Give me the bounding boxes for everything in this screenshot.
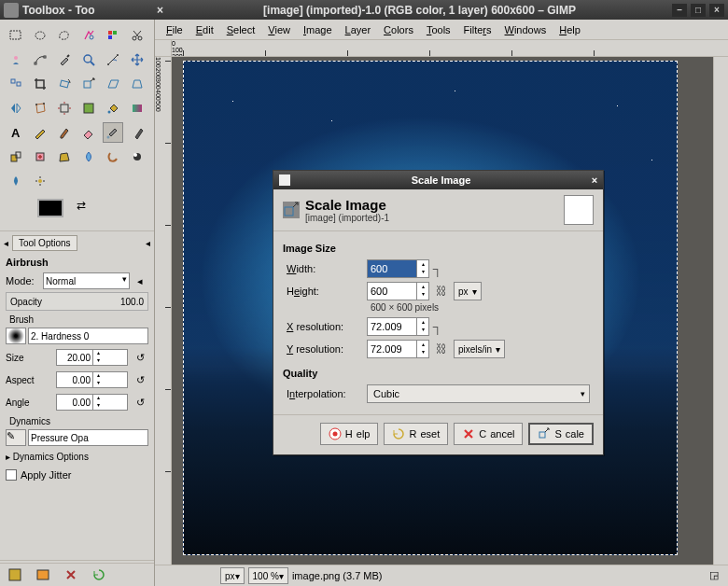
blur-tool[interactable] bbox=[78, 146, 99, 167]
warp-tool[interactable] bbox=[78, 98, 99, 119]
restore-options-icon[interactable] bbox=[35, 567, 50, 582]
mypaint-brush-tool[interactable] bbox=[6, 171, 26, 191]
scale-button[interactable]: Scale bbox=[528, 423, 594, 445]
scale-tool[interactable] bbox=[78, 74, 99, 94]
text-tool[interactable]: A bbox=[6, 122, 26, 143]
color-select-tool[interactable] bbox=[103, 25, 123, 46]
cage-tool[interactable] bbox=[30, 98, 50, 119]
dynamics-expander[interactable]: ▸ Dynamics Options bbox=[6, 449, 148, 465]
scrollbar-vertical[interactable] bbox=[713, 57, 728, 565]
interp-combo[interactable]: Cubic▾ bbox=[367, 384, 590, 403]
move-tool[interactable] bbox=[127, 49, 147, 70]
dynamics-combo[interactable]: Pressure Opa bbox=[28, 429, 148, 446]
menu-view[interactable]: View bbox=[262, 22, 296, 37]
reset-button[interactable]: Reset bbox=[384, 423, 448, 445]
menu-select[interactable]: Select bbox=[221, 22, 261, 37]
menu-edit[interactable]: Edit bbox=[190, 22, 219, 37]
ink-tool[interactable] bbox=[127, 122, 147, 143]
pencil-tool[interactable] bbox=[30, 122, 50, 143]
mode-combo[interactable]: Normal▾ bbox=[43, 272, 130, 289]
nav-top-icon[interactable] bbox=[713, 40, 728, 57]
menu-colors[interactable]: Colors bbox=[378, 22, 419, 37]
crop-tool[interactable] bbox=[30, 74, 50, 94]
brush-preview-icon[interactable] bbox=[6, 328, 26, 344]
size-unit-combo[interactable]: px▾ bbox=[454, 282, 482, 300]
apply-jitter-checkbox[interactable] bbox=[6, 469, 17, 481]
tab-menu-arrow-icon[interactable]: ◂ bbox=[146, 238, 150, 248]
size-spinner[interactable]: ▴▾ bbox=[56, 349, 128, 366]
align-tool[interactable] bbox=[6, 74, 26, 94]
unified-transform-tool[interactable] bbox=[54, 98, 75, 119]
nav-preview-icon[interactable]: ◲ bbox=[709, 569, 722, 582]
fuzzy-select-tool[interactable] bbox=[78, 25, 99, 46]
zoom-combo[interactable]: 100 % ▾ bbox=[248, 567, 288, 584]
dialog-titlebar[interactable]: Scale Image × bbox=[273, 171, 603, 189]
dynamics-preview-icon[interactable]: ✎ bbox=[6, 429, 26, 446]
size-chain-icon[interactable]: ⛓ bbox=[433, 285, 450, 298]
cancel-button[interactable]: Cancel bbox=[454, 423, 523, 445]
heal-tool[interactable] bbox=[30, 146, 50, 167]
menu-help[interactable]: Help bbox=[553, 22, 586, 37]
menu-layer[interactable]: Layer bbox=[340, 22, 377, 37]
shear-tool[interactable] bbox=[103, 74, 123, 94]
res-chain-icon[interactable]: ⛓ bbox=[433, 342, 450, 356]
menu-windows[interactable]: Windows bbox=[499, 22, 553, 37]
color-picker-tool[interactable] bbox=[54, 49, 75, 70]
zoom-tool[interactable] bbox=[78, 49, 99, 70]
perspective-clone-tool[interactable] bbox=[54, 146, 75, 167]
free-select-tool[interactable] bbox=[54, 25, 75, 46]
rect-select-tool[interactable] bbox=[6, 25, 26, 46]
mode-menu-icon[interactable]: ◂ bbox=[132, 272, 148, 289]
xres-spinner[interactable]: ▴▾ bbox=[367, 317, 429, 336]
reset-options-icon[interactable] bbox=[91, 567, 106, 582]
ellipse-select-tool[interactable] bbox=[30, 25, 50, 46]
eraser-tool[interactable] bbox=[78, 122, 99, 143]
yres-spinner[interactable]: ▴▾ bbox=[367, 340, 429, 358]
airbrush-tool[interactable] bbox=[103, 122, 123, 143]
menu-tools[interactable]: Tools bbox=[421, 22, 456, 37]
angle-spinner[interactable]: ▴▾ bbox=[56, 394, 128, 411]
menu-image[interactable]: Image bbox=[298, 22, 338, 37]
save-options-icon[interactable] bbox=[7, 567, 22, 582]
aspect-spinner[interactable]: ▴▾ bbox=[56, 371, 128, 388]
bucket-fill-tool[interactable] bbox=[103, 98, 123, 119]
color-selector[interactable]: ⇄ bbox=[6, 199, 148, 227]
delete-options-icon[interactable] bbox=[63, 567, 78, 582]
fg-color-swatch[interactable] bbox=[37, 199, 63, 217]
menu-file[interactable]: File bbox=[161, 22, 189, 37]
size-reset-icon[interactable]: ↺ bbox=[132, 349, 148, 366]
maximize-button[interactable]: □ bbox=[691, 4, 706, 17]
aspect-reset-icon[interactable]: ↺ bbox=[132, 371, 148, 388]
paths-tool[interactable] bbox=[30, 49, 50, 70]
foreground-select-tool[interactable] bbox=[6, 49, 26, 70]
ruler-horizontal[interactable]: 0 100 200 300 400 500 bbox=[172, 40, 713, 57]
unit-combo[interactable]: px ▾ bbox=[220, 567, 245, 584]
scissors-tool[interactable] bbox=[127, 25, 147, 46]
flip-tool[interactable] bbox=[6, 98, 26, 119]
menu-filters[interactable]: Filters bbox=[458, 22, 497, 37]
brush-combo[interactable]: 2. Hardness 0 bbox=[28, 328, 148, 344]
measure-tool[interactable] bbox=[103, 49, 123, 70]
dialog-menu-icon[interactable] bbox=[279, 174, 290, 186]
close-button[interactable]: × bbox=[709, 4, 724, 17]
dialog-close-button[interactable]: × bbox=[586, 174, 603, 186]
handle-transform-tool[interactable] bbox=[30, 171, 50, 191]
width-spinner[interactable]: ▴▾ bbox=[367, 259, 429, 278]
blend-tool[interactable] bbox=[127, 98, 147, 119]
swap-colors-icon[interactable]: ⇄ bbox=[77, 199, 86, 212]
height-spinner[interactable]: ▴▾ bbox=[367, 282, 429, 300]
ruler-origin[interactable] bbox=[155, 40, 172, 57]
angle-reset-icon[interactable]: ↺ bbox=[132, 394, 148, 411]
dodge-tool[interactable] bbox=[127, 146, 147, 167]
tab-menu-icon[interactable]: ◂ bbox=[4, 238, 8, 248]
res-unit-combo[interactable]: pixels/in▾ bbox=[454, 340, 505, 358]
clone-tool[interactable] bbox=[6, 146, 26, 167]
rotate-tool[interactable] bbox=[54, 74, 75, 94]
perspective-tool[interactable] bbox=[127, 74, 147, 94]
ruler-vertical[interactable]: 100 200 300 400 500 bbox=[155, 57, 172, 565]
opacity-slider[interactable]: Opacity 100.0 bbox=[6, 292, 148, 311]
paintbrush-tool[interactable] bbox=[54, 122, 75, 143]
help-button[interactable]: Help bbox=[320, 423, 379, 445]
minimize-button[interactable]: – bbox=[672, 4, 687, 17]
smudge-tool[interactable] bbox=[103, 146, 123, 167]
